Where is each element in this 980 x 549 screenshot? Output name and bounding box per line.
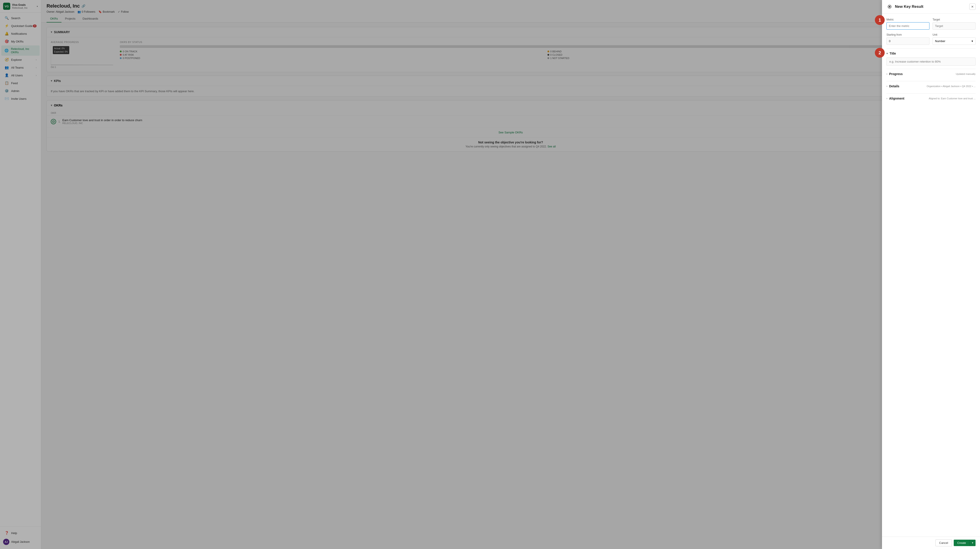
unit-value: Number [935, 40, 945, 43]
circle-label-1: 1 [875, 15, 885, 25]
modal-overlay [0, 0, 980, 549]
target-label: Target [932, 18, 975, 21]
alignment-section-label: Alignment [889, 97, 904, 100]
close-button[interactable]: ✕ [969, 3, 975, 10]
details-section: › Details Organization • Abigail Jackson… [886, 81, 975, 93]
alignment-sub: Aligned to: Earn Customer love and trust… [929, 97, 975, 100]
key-result-icon [886, 3, 893, 10]
details-sub: Organization • Abigail Jackson • Q4 2022… [927, 85, 975, 88]
cancel-button[interactable]: Cancel [935, 539, 952, 546]
title-section: ▾ Title [886, 48, 975, 69]
svg-point-3 [889, 6, 890, 7]
unit-label: Unit [932, 33, 975, 36]
metric-target-row: Metric Target [886, 18, 975, 30]
create-button-group: Create ▾ [954, 539, 975, 546]
metric-input[interactable] [886, 22, 929, 30]
starting-from-label: Starting from [886, 33, 929, 36]
create-dropdown-button[interactable]: ▾ [969, 539, 975, 546]
alignment-chevron-icon: › [886, 97, 887, 100]
title-chevron-icon: ▾ [886, 52, 888, 55]
alignment-section: › Alignment Aligned to: Earn Customer lo… [886, 93, 975, 105]
panel-header: New Key Result ✕ [882, 0, 980, 14]
unit-chevron-icon: ▾ [972, 40, 973, 43]
details-section-header[interactable]: › Details Organization • Abigail Jackson… [886, 84, 975, 88]
target-group: Target [932, 18, 975, 30]
title-section-label: Title [889, 52, 896, 55]
title-input[interactable] [886, 57, 975, 66]
progress-chevron-icon: › [886, 72, 887, 75]
progress-section: › Progress Updated manually [886, 69, 975, 81]
unit-group: Unit Number ▾ [932, 33, 975, 45]
details-chevron-icon: › [886, 84, 887, 88]
starting-from-group: Starting from [886, 33, 929, 45]
progress-section-header[interactable]: › Progress Updated manually [886, 72, 975, 76]
metric-group: Metric [886, 18, 929, 30]
panel-title: New Key Result [895, 5, 969, 9]
target-input[interactable] [932, 22, 975, 30]
panel-footer: Cancel Create ▾ [882, 536, 980, 549]
alignment-section-header[interactable]: › Alignment Aligned to: Earn Customer lo… [886, 97, 975, 100]
starting-unit-row: Starting from Unit Number ▾ [886, 33, 975, 45]
details-section-label: Details [889, 84, 899, 88]
circle-label-2: 2 [875, 48, 885, 58]
progress-section-label: Progress [889, 72, 903, 76]
title-section-header[interactable]: ▾ Title [886, 52, 975, 55]
unit-select[interactable]: Number ▾ [932, 37, 975, 45]
starting-from-input[interactable] [886, 37, 929, 45]
panel-body: Metric Target Starting from Unit Number … [882, 14, 980, 536]
create-button[interactable]: Create [954, 539, 969, 546]
progress-sub: Updated manually [956, 73, 975, 75]
new-key-result-panel: New Key Result ✕ Metric Target Starting … [882, 0, 980, 549]
metric-label: Metric [886, 18, 929, 21]
